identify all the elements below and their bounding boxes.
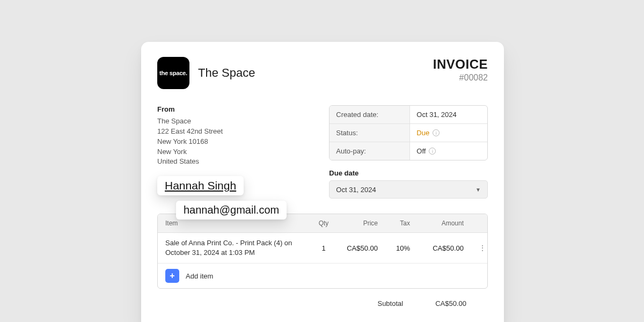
meta-key: Auto-pay:: [330, 142, 410, 160]
invoice-header: the space. The Space INVOICE #00082: [157, 57, 488, 89]
col-price: Price: [337, 214, 385, 232]
line-item-amount: CA$50.00: [418, 239, 471, 258]
from-line: 122 East 42nd Street: [157, 127, 329, 137]
meta-value: Due i: [410, 124, 487, 142]
info-icon[interactable]: i: [429, 148, 436, 155]
table-row: Sale of Anna Print Co. - Print Pack (4) …: [158, 233, 487, 264]
line-item-tax: 10%: [385, 239, 418, 258]
line-item-qty: 1: [310, 239, 337, 258]
subtotal-row: Subtotal CA$50.00: [157, 299, 488, 308]
autopay-value: Off: [416, 147, 426, 155]
from-line: New York 10168: [157, 137, 329, 147]
meta-key: Status:: [330, 124, 410, 142]
from-label: From: [157, 105, 329, 113]
meta-row-autopay: Auto-pay: Off i: [330, 142, 487, 160]
company-name: The Space: [198, 66, 255, 80]
meta-value: Oct 31, 2024: [410, 106, 487, 123]
from-line: New York: [157, 147, 329, 157]
subtotal-value: CA$50.00: [435, 299, 466, 308]
status-badge: Due: [416, 129, 429, 137]
line-item-price: CA$50.00: [337, 239, 385, 258]
billto-name-callout[interactable]: Hannah Singh: [157, 176, 244, 195]
col-tax: Tax: [385, 214, 418, 232]
billto-email-callout[interactable]: hannah@gmail.com: [176, 201, 287, 219]
due-date-value: Oct 31, 2024: [336, 186, 376, 194]
from-address: The Space 122 East 42nd Street New York …: [157, 116, 329, 167]
invoice-number: #00082: [433, 73, 488, 83]
meta-row-status: Status: Due i: [330, 124, 487, 142]
from-line: United States: [157, 157, 329, 167]
line-item-name: Sale of Anna Print Co. - Print Pack (4) …: [158, 233, 310, 263]
kebab-icon[interactable]: ⋮: [471, 239, 487, 257]
from-line: The Space: [157, 116, 329, 127]
info-icon[interactable]: i: [433, 129, 440, 136]
meta-value: Off i: [410, 142, 487, 160]
plus-icon[interactable]: +: [165, 269, 179, 283]
meta-row-created: Created date: Oct 31, 2024: [330, 106, 487, 124]
brand-block: the space. The Space: [157, 57, 255, 89]
invoice-card: the space. The Space INVOICE #00082 From…: [141, 42, 504, 322]
line-items-table: Item Qty Price Tax Amount Sale of Anna P…: [157, 214, 488, 289]
due-date-select[interactable]: Oct 31, 2024 ▼: [329, 180, 488, 199]
invoice-meta-table: Created date: Oct 31, 2024 Status: Due i…: [329, 105, 488, 160]
chevron-down-icon: ▼: [475, 187, 481, 193]
invoice-label: INVOICE: [433, 57, 488, 72]
due-date-label: Due date: [329, 169, 488, 177]
add-item-row[interactable]: + Add item: [158, 264, 487, 288]
subtotal-label: Subtotal: [377, 299, 403, 308]
invoice-title-block: INVOICE #00082: [433, 57, 488, 83]
col-amount: Amount: [418, 214, 471, 232]
meta-key: Created date:: [330, 106, 410, 123]
col-qty: Qty: [310, 214, 337, 232]
company-logo: the space.: [157, 57, 189, 89]
add-item-label: Add item: [186, 272, 213, 280]
due-date-block: Due date Oct 31, 2024 ▼: [329, 169, 488, 199]
